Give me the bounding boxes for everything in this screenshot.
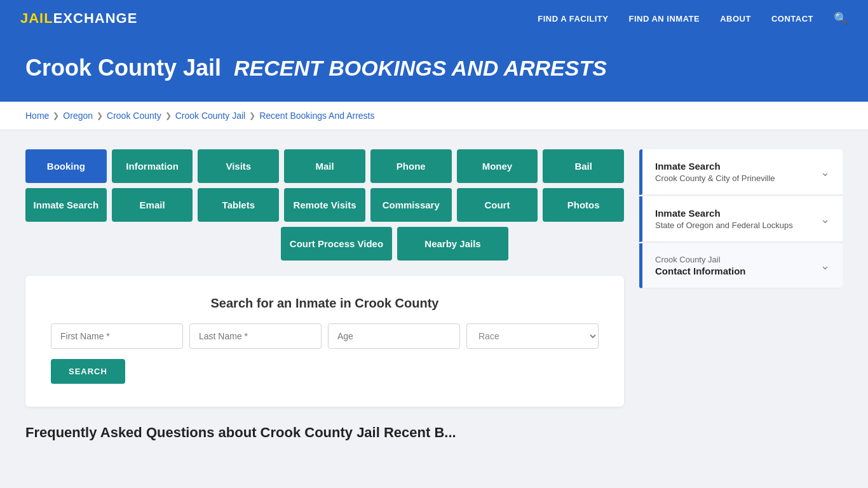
btn-information[interactable]: Information <box>112 149 193 183</box>
breadcrumb-current: Recent Bookings And Arrests <box>259 111 374 121</box>
sidebar-card-1-heading: Inmate Search <box>655 161 775 172</box>
breadcrumb-sep-2: ❯ <box>97 111 103 120</box>
btn-inmate-search[interactable]: Inmate Search <box>25 188 107 222</box>
search-button[interactable]: SEARCH <box>51 359 125 384</box>
btn-tablets[interactable]: Tablets <box>198 188 279 222</box>
age-input[interactable] <box>328 323 460 349</box>
sidebar-card-2-subheading: State of Oregon and Federal Lockups <box>655 220 793 230</box>
btn-email[interactable]: Email <box>112 188 193 222</box>
btn-nearby-jails[interactable]: Nearby Jails <box>397 227 508 261</box>
logo[interactable]: JAILEXCHANGE <box>20 10 137 27</box>
breadcrumb-oregon[interactable]: Oregon <box>63 111 93 121</box>
page-title: Crook County Jail RECENT BOOKINGS AND AR… <box>25 55 843 81</box>
hero-title-main: Crook County Jail <box>25 55 221 81</box>
main-content: Booking Information Visits Mail Phone Mo… <box>0 130 868 460</box>
breadcrumb-sep-4: ❯ <box>249 111 255 120</box>
sidebar-contact-info[interactable]: Crook County Jail Contact Information ⌄ <box>639 243 843 288</box>
chevron-down-icon-3: ⌄ <box>820 259 830 273</box>
sidebar-card-3-subheading: Contact Information <box>655 266 746 276</box>
nav-find-facility[interactable]: FIND A FACILITY <box>538 14 608 24</box>
breadcrumb-sep-1: ❯ <box>53 111 59 120</box>
search-icon[interactable]: 🔍 <box>834 11 848 25</box>
breadcrumb: Home ❯ Oregon ❯ Crook County ❯ Crook Cou… <box>25 111 843 121</box>
left-column: Booking Information Visits Mail Phone Mo… <box>25 149 624 441</box>
breadcrumb-sep-3: ❯ <box>165 111 172 120</box>
search-fields: Race White Black Hispanic Asian Other <box>51 323 599 349</box>
button-row-1: Booking Information Visits Mail Phone Mo… <box>25 149 624 183</box>
btn-mail[interactable]: Mail <box>284 149 365 183</box>
btn-phone[interactable]: Phone <box>370 149 452 183</box>
button-grid: Booking Information Visits Mail Phone Mo… <box>25 149 624 261</box>
breadcrumb-bar: Home ❯ Oregon ❯ Crook County ❯ Crook Cou… <box>0 102 868 130</box>
navbar: JAILEXCHANGE FIND A FACILITY FIND AN INM… <box>0 0 868 37</box>
chevron-down-icon-2: ⌄ <box>820 212 830 226</box>
right-sidebar: Inmate Search Crook County & City of Pri… <box>639 149 843 290</box>
sidebar-card-1-text: Inmate Search Crook County & City of Pri… <box>655 161 775 183</box>
nav-contact[interactable]: CONTACT <box>771 14 813 24</box>
sidebar-card-2-text: Inmate Search State of Oregon and Federa… <box>655 208 793 230</box>
btn-remote-visits[interactable]: Remote Visits <box>284 188 365 222</box>
chevron-down-icon-1: ⌄ <box>820 165 830 179</box>
btn-commissary[interactable]: Commissary <box>370 188 452 222</box>
btn-booking[interactable]: Booking <box>25 149 107 183</box>
breadcrumb-crook-county[interactable]: Crook County <box>107 111 161 121</box>
nav-about[interactable]: ABOUT <box>720 14 751 24</box>
logo-exchange: EXCHANGE <box>53 10 138 26</box>
sidebar-card-3-text: Crook County Jail Contact Information <box>655 255 746 276</box>
logo-jail: JAIL <box>20 10 53 26</box>
sidebar-card-3-heading: Crook County Jail <box>655 255 746 264</box>
search-box: Search for an Inmate in Crook County Rac… <box>25 276 624 407</box>
first-name-input[interactable] <box>51 323 183 349</box>
button-row-2: Inmate Search Email Tablets Remote Visit… <box>25 188 624 222</box>
search-title: Search for an Inmate in Crook County <box>51 296 599 311</box>
btn-photos[interactable]: Photos <box>543 188 624 222</box>
nav-links: FIND A FACILITY FIND AN INMATE ABOUT CON… <box>538 11 848 25</box>
sidebar-inmate-search-state[interactable]: Inmate Search State of Oregon and Federa… <box>639 196 843 242</box>
hero-title-sub: RECENT BOOKINGS AND ARRESTS <box>234 56 607 80</box>
sidebar-card-2-heading: Inmate Search <box>655 208 793 219</box>
btn-money[interactable]: Money <box>457 149 538 183</box>
btn-court-process-video[interactable]: Court Process Video <box>281 227 392 261</box>
sidebar-card-1-subheading: Crook County & City of Prineville <box>655 173 775 183</box>
breadcrumb-crook-county-jail[interactable]: Crook County Jail <box>175 111 246 121</box>
nav-find-inmate[interactable]: FIND AN INMATE <box>628 14 700 24</box>
faq-heading: Frequently Asked Questions about Crook C… <box>25 424 624 441</box>
breadcrumb-home[interactable]: Home <box>25 111 49 121</box>
race-select[interactable]: Race White Black Hispanic Asian Other <box>466 323 599 349</box>
last-name-input[interactable] <box>189 323 322 349</box>
button-row-3: Court Process Video Nearby Jails <box>165 227 624 261</box>
btn-court[interactable]: Court <box>457 188 538 222</box>
btn-visits[interactable]: Visits <box>198 149 279 183</box>
hero-section: Crook County Jail RECENT BOOKINGS AND AR… <box>0 37 868 102</box>
btn-bail[interactable]: Bail <box>543 149 624 183</box>
sidebar-inmate-search-county[interactable]: Inmate Search Crook County & City of Pri… <box>639 149 843 195</box>
